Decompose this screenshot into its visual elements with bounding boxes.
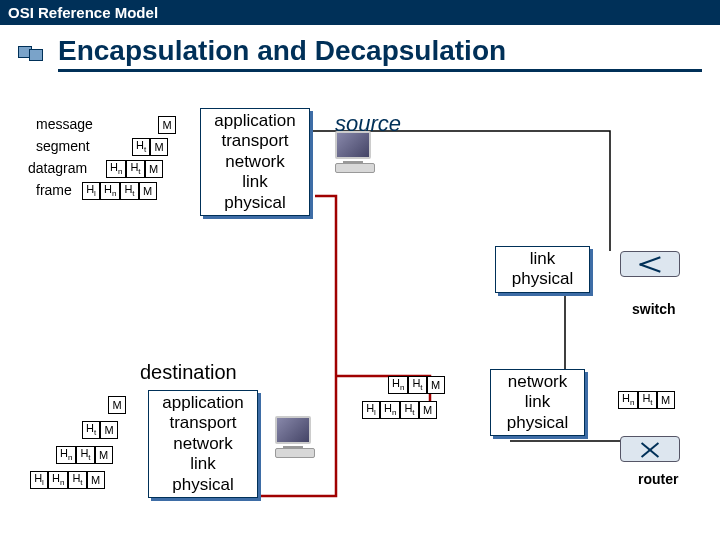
layer-application: application bbox=[157, 393, 249, 413]
hdr-cell-ht: Ht bbox=[76, 446, 94, 464]
hdr-cell-hn: Hn bbox=[48, 471, 68, 489]
hdr-cell-hn: Hn bbox=[618, 391, 638, 409]
hdr-cell-m: M bbox=[419, 401, 437, 419]
switch-icon bbox=[620, 251, 680, 277]
router-icon bbox=[620, 436, 680, 462]
layer-link: link bbox=[504, 249, 581, 269]
hdr-cell-ht: Ht bbox=[408, 376, 426, 394]
destination-computer-icon bbox=[275, 416, 315, 458]
hdr-cell-m: M bbox=[145, 160, 163, 178]
dest-hdr-message: M bbox=[108, 396, 126, 414]
switch-label: switch bbox=[632, 301, 676, 317]
hdr-cell-hn: Hn bbox=[56, 446, 76, 464]
layer-physical: physical bbox=[499, 413, 576, 433]
title-decoration bbox=[18, 46, 40, 61]
router-hdr-datagram: Hn Ht M bbox=[388, 376, 445, 394]
page-title: Encapsulation and Decapsulation bbox=[58, 35, 702, 72]
hdr-cell-m: M bbox=[657, 391, 675, 409]
layer-link: link bbox=[157, 454, 249, 474]
title-row: Encapsulation and Decapsulation bbox=[0, 25, 720, 76]
hdr-segment: Ht M bbox=[132, 138, 168, 156]
router-hdr-frame: Hl Hn Ht M bbox=[362, 401, 437, 419]
layer-physical: physical bbox=[504, 269, 581, 289]
dest-hdr-segment: Ht M bbox=[82, 421, 118, 439]
destination-stack: application transport network link physi… bbox=[148, 390, 258, 498]
hdr-frame: Hl Hn Ht M bbox=[82, 182, 157, 200]
hdr-cell-m: M bbox=[108, 396, 126, 414]
layer-transport: transport bbox=[157, 413, 249, 433]
hdr-cell-m: M bbox=[87, 471, 105, 489]
hdr-cell-m: M bbox=[150, 138, 168, 156]
dest-hdr-datagram: Hn Ht M bbox=[56, 446, 113, 464]
layer-link: link bbox=[499, 392, 576, 412]
router-stack: network link physical bbox=[490, 369, 585, 436]
switch-stack: link physical bbox=[495, 246, 590, 293]
hdr-cell-ht: Ht bbox=[120, 182, 138, 200]
hdr-cell-m: M bbox=[427, 376, 445, 394]
hdr-cell-m: M bbox=[158, 116, 176, 134]
hdr-cell-hn: Hn bbox=[106, 160, 126, 178]
row-label-message: message bbox=[36, 116, 93, 132]
layer-physical: physical bbox=[209, 193, 301, 213]
hdr-message: M bbox=[158, 116, 176, 134]
source-stack: application transport network link physi… bbox=[200, 108, 310, 216]
hdr-cell-ht: Ht bbox=[132, 138, 150, 156]
hdr-cell-m: M bbox=[139, 182, 157, 200]
layer-network: network bbox=[157, 434, 249, 454]
router-out-hdr: Hn Ht M bbox=[618, 391, 675, 409]
hdr-cell-ht: Ht bbox=[82, 421, 100, 439]
hdr-cell-ht: Ht bbox=[126, 160, 144, 178]
hdr-cell-ht: Ht bbox=[400, 401, 418, 419]
hdr-cell-hn: Hn bbox=[380, 401, 400, 419]
hdr-cell-hn: Hn bbox=[100, 182, 120, 200]
row-label-segment: segment bbox=[36, 138, 90, 154]
diagram-canvas: message segment datagram frame M Ht M Hn… bbox=[0, 76, 720, 540]
hdr-cell-ht: Ht bbox=[638, 391, 656, 409]
layer-link: link bbox=[209, 172, 301, 192]
source-computer-icon bbox=[335, 131, 375, 173]
layer-application: application bbox=[209, 111, 301, 131]
hdr-cell-hl: Hl bbox=[30, 471, 48, 489]
hdr-cell-hn: Hn bbox=[388, 376, 408, 394]
hdr-cell-ht: Ht bbox=[68, 471, 86, 489]
header-bar: OSI Reference Model bbox=[0, 0, 720, 25]
destination-label: destination bbox=[140, 361, 237, 384]
hdr-datagram: Hn Ht M bbox=[106, 160, 163, 178]
row-label-datagram: datagram bbox=[28, 160, 87, 176]
layer-network: network bbox=[499, 372, 576, 392]
hdr-cell-hl: Hl bbox=[362, 401, 380, 419]
layer-network: network bbox=[209, 152, 301, 172]
hdr-cell-hl: Hl bbox=[82, 182, 100, 200]
row-label-frame: frame bbox=[36, 182, 72, 198]
router-label: router bbox=[638, 471, 678, 487]
dest-hdr-frame: Hl Hn Ht M bbox=[30, 471, 105, 489]
layer-physical: physical bbox=[157, 475, 249, 495]
hdr-cell-m: M bbox=[100, 421, 118, 439]
hdr-cell-m: M bbox=[95, 446, 113, 464]
layer-transport: transport bbox=[209, 131, 301, 151]
